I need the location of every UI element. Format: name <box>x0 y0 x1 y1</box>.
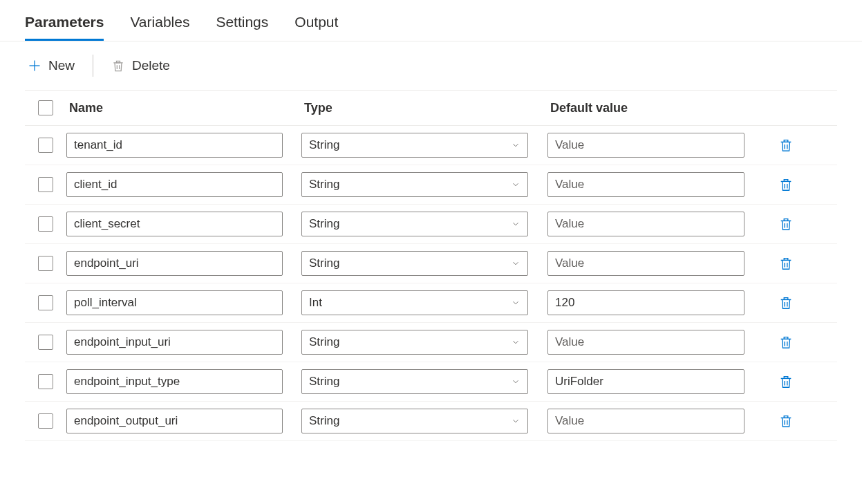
chevron-down-icon <box>511 180 521 189</box>
table-row: Int <box>25 283 837 323</box>
name-input[interactable] <box>66 251 283 276</box>
name-input[interactable] <box>66 133 283 158</box>
row-trash-icon[interactable] <box>778 335 794 350</box>
default-value-input[interactable] <box>547 330 744 355</box>
name-input[interactable] <box>66 172 283 197</box>
row-trash-icon[interactable] <box>778 216 794 232</box>
type-select[interactable]: String <box>301 133 528 158</box>
parameters-table: Name Type Default value String <box>0 90 862 441</box>
type-select[interactable]: Int <box>301 290 528 315</box>
table-header: Name Type Default value <box>25 90 837 126</box>
trash-icon <box>111 59 125 73</box>
type-select-value: String <box>309 414 339 428</box>
table-row: String <box>25 126 837 165</box>
row-checkbox[interactable] <box>38 335 53 350</box>
row-trash-icon[interactable] <box>778 374 794 389</box>
table-row: String <box>25 244 837 283</box>
type-select-value: String <box>309 256 339 270</box>
name-input[interactable] <box>66 212 283 236</box>
type-select-value: String <box>309 178 339 192</box>
default-value-input[interactable] <box>547 172 744 197</box>
type-select[interactable]: String <box>301 251 528 276</box>
row-checkbox[interactable] <box>38 177 53 192</box>
chevron-down-icon <box>511 219 521 229</box>
delete-button-label: Delete <box>132 58 170 73</box>
default-value-input[interactable] <box>547 212 744 236</box>
plus-icon <box>28 59 41 73</box>
chevron-down-icon <box>511 298 521 308</box>
table-row: String <box>25 165 837 205</box>
name-input[interactable] <box>66 330 283 355</box>
tab-variables[interactable]: Variables <box>130 14 189 41</box>
type-select-value: String <box>309 375 339 389</box>
row-trash-icon[interactable] <box>778 256 794 271</box>
tab-parameters[interactable]: Parameters <box>25 14 104 41</box>
default-value-input[interactable] <box>547 290 744 315</box>
row-checkbox[interactable] <box>38 413 53 429</box>
type-select-value: String <box>309 335 339 349</box>
row-trash-icon[interactable] <box>778 177 794 192</box>
row-checkbox[interactable] <box>38 138 53 153</box>
toolbar-divider <box>93 55 93 77</box>
default-value-input[interactable] <box>547 369 744 394</box>
row-checkbox[interactable] <box>38 374 53 389</box>
table-row: String <box>25 323 837 362</box>
select-all-checkbox[interactable] <box>38 100 53 115</box>
row-trash-icon[interactable] <box>778 295 794 310</box>
name-input[interactable] <box>66 290 283 315</box>
column-header-name: Name <box>66 101 301 115</box>
type-select[interactable]: String <box>301 369 528 394</box>
table-row: String <box>25 402 837 441</box>
type-select-value: Int <box>309 296 322 310</box>
new-button-label: New <box>48 58 75 73</box>
type-select-value: String <box>309 138 339 152</box>
type-select[interactable]: String <box>301 172 528 197</box>
row-checkbox[interactable] <box>38 295 53 310</box>
default-value-input[interactable] <box>547 409 744 433</box>
row-trash-icon[interactable] <box>778 413 794 429</box>
row-checkbox[interactable] <box>38 256 53 271</box>
type-select[interactable]: String <box>301 409 528 433</box>
delete-button[interactable]: Delete <box>109 54 173 77</box>
new-button[interactable]: New <box>25 54 77 77</box>
chevron-down-icon <box>511 377 521 386</box>
table-row: String <box>25 362 837 402</box>
name-input[interactable] <box>66 409 283 433</box>
column-header-default-value: Default value <box>547 101 762 115</box>
column-header-type: Type <box>301 101 547 115</box>
chevron-down-icon <box>511 416 521 426</box>
default-value-input[interactable] <box>547 133 744 158</box>
row-checkbox[interactable] <box>38 216 53 232</box>
default-value-input[interactable] <box>547 251 744 276</box>
chevron-down-icon <box>511 337 521 347</box>
table-row: String <box>25 205 837 244</box>
chevron-down-icon <box>511 259 521 268</box>
chevron-down-icon <box>511 140 521 150</box>
tab-bar: ParametersVariablesSettingsOutput <box>0 0 862 41</box>
row-trash-icon[interactable] <box>778 138 794 153</box>
tab-output[interactable]: Output <box>294 14 338 41</box>
toolbar: New Delete <box>0 41 862 90</box>
name-input[interactable] <box>66 369 283 394</box>
type-select-value: String <box>309 217 339 231</box>
tab-settings[interactable]: Settings <box>216 14 268 41</box>
type-select[interactable]: String <box>301 330 528 355</box>
type-select[interactable]: String <box>301 212 528 236</box>
